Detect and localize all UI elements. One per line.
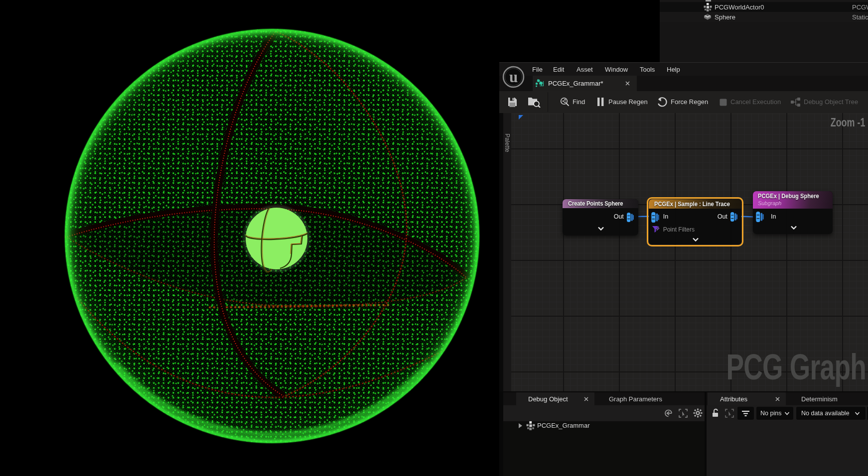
svg-text:u: u xyxy=(509,68,518,86)
